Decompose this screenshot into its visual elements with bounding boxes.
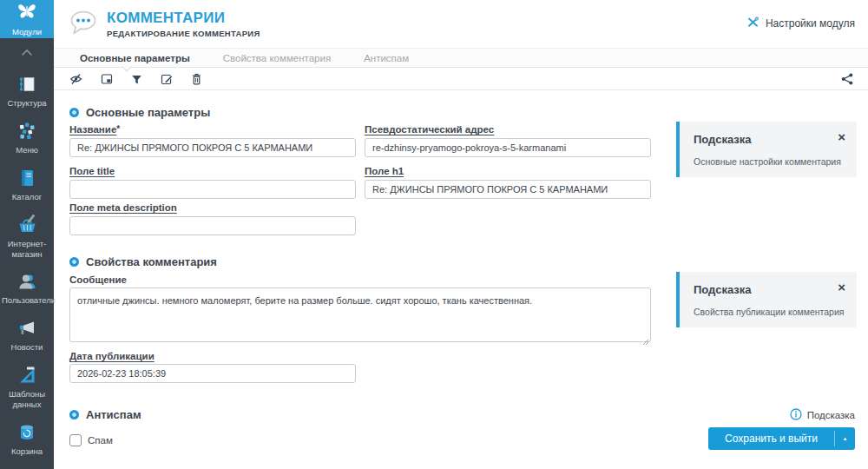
sidebar-item-label: Модули	[12, 27, 42, 37]
tab-bar: Основные параметры Свойства комментария …	[54, 48, 868, 68]
name-field[interactable]	[69, 138, 356, 157]
h1-field-label: Поле h1	[365, 166, 404, 176]
section-title: Свойства комментария	[86, 255, 217, 268]
close-icon[interactable]: ×	[838, 130, 845, 143]
name-field-label: Название*	[69, 124, 120, 135]
section-title: Основные параметры	[86, 106, 210, 119]
section-bullet-icon	[69, 108, 79, 117]
sidebar-item-templates[interactable]: Шаблоны данных	[0, 364, 54, 410]
edit-icon[interactable]	[161, 73, 173, 85]
sidebar-item-label: Каталог	[12, 192, 43, 202]
sidebar-item-label: Шаблоны данных	[2, 389, 52, 410]
alt-name-field-label: Псевдостатический адрес	[365, 124, 494, 135]
sidebar-item-news[interactable]: Новости	[0, 317, 54, 353]
sidebar-item-label: Новости	[11, 342, 43, 353]
section-bullet-icon	[69, 410, 79, 419]
meta-description-field-label: Поле meta description	[69, 202, 177, 213]
publish-date-field[interactable]	[69, 364, 356, 383]
structure-icon	[16, 73, 37, 96]
alt-name-field[interactable]	[365, 138, 651, 157]
news-icon	[16, 317, 37, 340]
tab-antispam[interactable]: Антиспам	[364, 53, 409, 63]
required-asterisk: *	[116, 124, 120, 134]
module-settings-label: Настройки модуля	[766, 17, 855, 30]
tab-main-params[interactable]: Основные параметры	[80, 53, 190, 63]
menu-icon	[16, 120, 37, 142]
hint-link-label: Подсказка	[807, 410, 855, 420]
section-bullet-icon	[69, 257, 79, 267]
module-settings-button[interactable]: Настройки модуля	[746, 16, 855, 31]
crossed-tools-icon	[746, 16, 760, 31]
share-icon[interactable]	[841, 73, 853, 85]
catalog-icon	[16, 167, 37, 189]
h1-field[interactable]	[365, 180, 651, 199]
hint-link[interactable]: Подсказка	[790, 408, 855, 422]
sidebar-collapse-button[interactable]	[0, 38, 54, 62]
spam-field-row: Спам	[69, 434, 113, 446]
hint-title: Подсказка	[694, 283, 845, 296]
page-subtitle: РЕДАКТИРОВАНИЕ КОММЕНТАРИЯ	[107, 29, 260, 38]
title-field-label: Поле title	[69, 166, 115, 176]
close-icon[interactable]: ×	[838, 281, 845, 294]
sidebar-item-structure[interactable]: Структура	[0, 73, 54, 109]
hint-panel-properties: Подсказка × Свойства публикации коммента…	[676, 272, 857, 327]
hint-title: Подсказка	[694, 133, 845, 146]
sidebar-item-modules[interactable]: Модули	[0, 0, 54, 38]
spam-checkbox[interactable]	[69, 434, 82, 446]
butterfly-icon	[16, 2, 38, 24]
section-title: Антиспам	[86, 408, 141, 421]
toolbar	[54, 69, 868, 90]
message-field[interactable]: отличные джинсы. немного маломерят, бери…	[69, 287, 651, 342]
save-button-label[interactable]: Сохранить и выйти	[708, 427, 834, 450]
section-antispam: Антиспам	[69, 408, 141, 421]
hide-icon[interactable]	[69, 73, 82, 85]
chevron-up-icon	[20, 44, 34, 60]
filter-icon[interactable]	[131, 74, 142, 85]
hint-text: Основные настройки комментария	[694, 156, 845, 167]
app-window: Модули Структура	[0, 0, 868, 469]
main-area: КОММЕНТАРИИ РЕДАКТИРОВАНИЕ КОММЕНТАРИЯ Н…	[54, 0, 868, 469]
save-dropdown-caret-icon[interactable]: ▴	[835, 427, 855, 450]
window-icon[interactable]	[101, 73, 113, 85]
meta-description-field[interactable]	[69, 216, 356, 235]
sidebar-item-label: Структура	[7, 98, 46, 109]
info-icon	[790, 408, 802, 422]
sidebar-item-shop[interactable]: Интернет-магазин	[0, 214, 54, 260]
sidebar-item-label: Меню	[16, 145, 38, 155]
users-icon	[16, 270, 37, 293]
section-main-params: Основные параметры	[69, 106, 210, 119]
delete-icon[interactable]	[191, 73, 202, 85]
save-and-exit-button: Сохранить и выйти ▴	[708, 427, 855, 450]
hint-text: Свойства публикации комментария	[694, 307, 845, 317]
tab-comment-props[interactable]: Свойства комментария	[223, 53, 331, 63]
title-field[interactable]	[69, 180, 356, 199]
sidebar-item-label: Корзина	[11, 446, 43, 457]
page-header: КОММЕНТАРИИ РЕДАКТИРОВАНИЕ КОММЕНТАРИЯ Н…	[54, 0, 868, 48]
sidebar: Модули Структура	[0, 0, 54, 469]
page-title: КОММЕНТАРИИ	[107, 10, 260, 27]
shop-icon	[16, 214, 38, 236]
sidebar-item-recycle-bin[interactable]: Корзина	[0, 421, 54, 457]
section-comment-props: Свойства комментария	[69, 255, 217, 268]
sidebar-item-catalog[interactable]: Каталог	[0, 167, 54, 202]
templates-icon	[16, 364, 37, 386]
comment-bubble-icon	[68, 9, 99, 40]
publish-date-field-label: Дата публикации	[69, 351, 155, 361]
hint-panel-main: Подсказка × Основные настройки комментар…	[676, 122, 857, 177]
sidebar-item-users[interactable]: Пользователи	[0, 270, 54, 306]
message-field-label: Сообщение	[69, 274, 127, 285]
spam-label: Спам	[88, 435, 113, 446]
recycle-bin-icon	[16, 421, 37, 444]
sidebar-item-label: Интернет-магазин	[2, 239, 52, 260]
sidebar-item-menu[interactable]: Меню	[0, 120, 54, 155]
sidebar-item-label: Пользователи	[2, 295, 52, 306]
